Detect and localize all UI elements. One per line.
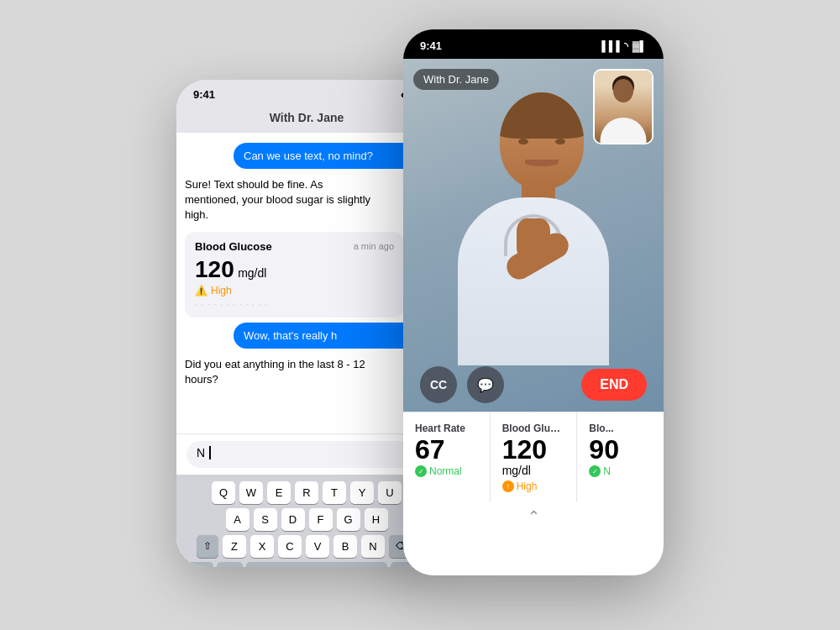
blood-glucose-card: Blood Glucose 120 mg/dl ! High (491, 412, 578, 502)
message-2: Sure! Text should be fine. As mentioned,… (185, 176, 380, 225)
key-d[interactable]: D (281, 508, 305, 531)
key-shift[interactable]: ⇧ (197, 535, 218, 558)
key-g[interactable]: G (337, 508, 360, 531)
messaging-phone: 9:41 ●●● With Dr. Jane Can we use text, … (176, 80, 437, 567)
key-s[interactable]: S (254, 508, 277, 531)
key-r[interactable]: R (295, 481, 318, 504)
keyboard-bottom-row: 123 😊 space return (180, 562, 433, 567)
heart-rate-status: ✓ Normal (415, 465, 478, 477)
back-chat-with: With Dr. Jane (270, 111, 344, 124)
wifi-icon: ◝ (624, 40, 628, 52)
doctor-head (500, 92, 584, 189)
video-call-phone: 9:41 ▐▐▐ ◝ ▓▌ (403, 29, 664, 575)
heart-rate-status-text: Normal (429, 465, 462, 477)
warning-icon: ⚠️ (195, 285, 207, 297)
third-metric-label: Blo... (589, 423, 652, 434)
front-status-bar: 9:41 ▐▐▐ ◝ ▓▌ (403, 29, 664, 59)
phones-container: 9:41 ●●● With Dr. Jane Can we use text, … (176, 29, 664, 601)
key-q[interactable]: Q (212, 481, 235, 504)
key-c[interactable]: C (278, 535, 302, 558)
health-card-unit: mg/dl (238, 266, 266, 280)
sv-face (613, 79, 633, 102)
back-status-time: 9:41 (193, 88, 215, 101)
third-metric-status: ✓ N (589, 465, 652, 477)
key-y[interactable]: Y (350, 481, 374, 504)
left-eye (518, 139, 528, 144)
chat-button[interactable]: 💬 (467, 366, 504, 403)
health-card-glucose: Blood Glucose a min ago 120 mg/dl ⚠️ Hig… (185, 232, 404, 318)
swipe-indicator: ⌃ (403, 502, 664, 531)
key-e[interactable]: E (267, 481, 291, 504)
health-card-value: 120 (195, 256, 234, 282)
video-call-badge: With Dr. Jane (413, 69, 499, 90)
video-area: With Dr. Jane CC 💬 (403, 59, 664, 412)
third-metric-value: 90 (589, 434, 619, 465)
heart-rate-value: 67 (415, 434, 445, 465)
key-n[interactable]: N (361, 535, 385, 558)
blood-glucose-label: Blood Glucose (502, 423, 565, 434)
call-controls: CC 💬 END (403, 366, 664, 403)
third-metric-card: Blo... 90 ✓ N (577, 412, 664, 502)
health-card-graph-dots: · · · · · · · · · · · · (195, 300, 394, 309)
message-3: Wow, that's really h (234, 323, 428, 349)
key-x[interactable]: X (250, 535, 274, 558)
key-z[interactable]: Z (223, 535, 246, 558)
key-b[interactable]: B (333, 535, 357, 558)
blood-glucose-status: ! High (502, 480, 565, 492)
message-1: Can we use text, no mind? (234, 143, 428, 169)
health-card-title: Blood Glucose (195, 240, 272, 253)
doctor-hair (500, 92, 584, 139)
blood-glucose-value-row: 120 mg/dl (502, 436, 565, 478)
health-card-value-row: 120 mg/dl (195, 256, 394, 283)
cc-button[interactable]: CC (420, 366, 457, 403)
message-4: Did you eat anything in the last 8 - 12 … (185, 355, 380, 389)
key-a[interactable]: A (226, 508, 249, 531)
signal-icon: ▐▐▐ (598, 40, 620, 52)
key-space[interactable]: space (246, 562, 387, 567)
mouth (525, 160, 559, 166)
battery-icon: ▓▌ (633, 40, 647, 52)
front-status-time: 9:41 (420, 39, 442, 52)
back-chat-header: With Dr. Jane (176, 106, 437, 133)
blood-glucose-status-icon: ! (502, 480, 514, 492)
end-call-button[interactable]: END (581, 369, 647, 401)
raised-hand (517, 218, 550, 260)
blood-glucose-value: 120 (502, 434, 547, 465)
message-input-area[interactable]: N (176, 433, 437, 475)
keyboard-row-3: ⇧ Z X C V B N ⌫ (180, 535, 433, 558)
keyboard-row-2: A S D F G H (180, 508, 433, 531)
metrics-strip: Heart Rate 67 ✓ Normal Blood Glucose 120… (403, 412, 664, 502)
health-card-status: ⚠️ High (195, 285, 394, 297)
self-view-thumbnail (593, 69, 654, 144)
self-view-bg (595, 71, 652, 143)
sv-body (601, 118, 647, 143)
key-t[interactable]: T (323, 481, 346, 504)
chat-icon: 💬 (477, 377, 494, 393)
front-status-icons: ▐▐▐ ◝ ▓▌ (598, 40, 647, 52)
keyboard: Q W E R T Y U A S D F G H ⇧ Z X C V (176, 475, 437, 567)
heart-rate-label: Heart Rate (415, 423, 478, 434)
heart-rate-status-icon: ✓ (415, 465, 427, 477)
message-input[interactable]: N (186, 441, 427, 468)
third-metric-status-icon: ✓ (589, 465, 601, 477)
key-f[interactable]: F (309, 508, 333, 531)
key-123[interactable]: 123 (183, 562, 213, 567)
key-v[interactable]: V (306, 535, 329, 558)
key-h[interactable]: H (365, 508, 388, 531)
key-u[interactable]: U (378, 481, 402, 504)
heart-rate-value-row: 67 (415, 436, 478, 463)
heart-rate-card: Heart Rate 67 ✓ Normal (403, 412, 491, 502)
third-metric-status-text: N (603, 465, 611, 477)
blood-glucose-unit: mg/dl (502, 464, 531, 477)
right-eye (555, 139, 565, 144)
back-status-bar: 9:41 ●●● (176, 80, 437, 106)
messages-area: Can we use text, no mind? Sure! Text sho… (176, 133, 437, 486)
chevron-up-icon: ⌃ (528, 508, 540, 525)
third-metric-value-row: 90 (589, 436, 652, 463)
health-card-time: a min ago (354, 241, 394, 251)
health-card-header: Blood Glucose a min ago (195, 240, 394, 253)
keyboard-row-1: Q W E R T Y U (180, 481, 433, 504)
key-w[interactable]: W (239, 481, 263, 504)
key-emoji[interactable]: 😊 (217, 562, 243, 567)
blood-glucose-status-text: High (517, 480, 538, 492)
